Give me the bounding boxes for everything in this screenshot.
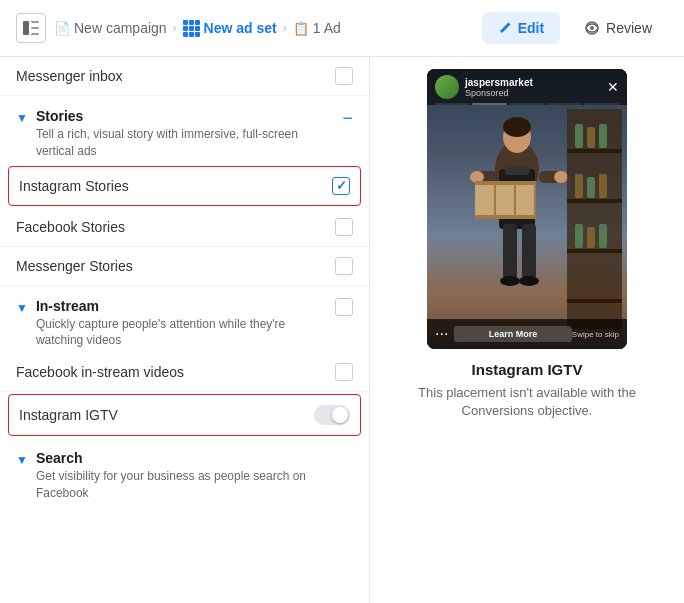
placement-messenger-stories: Messenger Stories bbox=[0, 247, 369, 286]
edit-button[interactable]: Edit bbox=[482, 12, 560, 44]
svg-point-14 bbox=[500, 276, 520, 286]
search-collapse-icon[interactable]: ▼ bbox=[16, 453, 28, 467]
svg-rect-37 bbox=[575, 224, 583, 248]
instream-collapse-icon[interactable]: ▼ bbox=[16, 301, 28, 315]
breadcrumb-nav: 📄 New campaign › New ad set › 📋 1 Ad bbox=[54, 20, 341, 37]
campaign-icon: 📄 bbox=[54, 21, 70, 36]
svg-rect-22 bbox=[475, 215, 535, 219]
placement-list: Messenger inbox ▼ Stories Tell a rich, v… bbox=[0, 57, 370, 603]
instream-title: In-stream bbox=[36, 298, 327, 314]
preview-close-button[interactable]: ✕ bbox=[607, 79, 619, 95]
preview-top-bar: jaspersmarket Sponsored ✕ bbox=[427, 69, 627, 105]
svg-rect-34 bbox=[575, 174, 583, 198]
preview-sponsored-label: Sponsored bbox=[465, 88, 607, 98]
preview-menu-dots[interactable]: ··· bbox=[435, 325, 448, 343]
preview-person-svg bbox=[427, 69, 627, 349]
preview-skip-text: Swipe to skip bbox=[572, 330, 619, 339]
svg-rect-38 bbox=[587, 227, 595, 248]
preview-avatar bbox=[435, 75, 459, 99]
stories-title: Stories bbox=[36, 108, 335, 124]
main-content: Messenger inbox ▼ Stories Tell a rich, v… bbox=[0, 57, 684, 603]
messenger-inbox-checkbox[interactable] bbox=[335, 67, 353, 85]
svg-rect-27 bbox=[567, 149, 622, 153]
messenger-stories-checkbox[interactable] bbox=[335, 257, 353, 275]
svg-rect-0 bbox=[23, 21, 29, 35]
svg-rect-35 bbox=[587, 177, 595, 198]
svg-rect-33 bbox=[599, 124, 607, 148]
svg-rect-3 bbox=[31, 33, 39, 35]
app-header: 📄 New campaign › New ad set › 📋 1 Ad bbox=[0, 0, 684, 57]
svg-rect-32 bbox=[587, 127, 595, 148]
svg-rect-13 bbox=[522, 224, 536, 279]
stories-collapse-icon[interactable]: ▼ bbox=[16, 111, 28, 125]
facebook-stories-checkbox[interactable] bbox=[335, 218, 353, 236]
instagram-igtv-toggle[interactable] bbox=[314, 405, 350, 425]
breadcrumb-ad[interactable]: 📋 1 Ad bbox=[293, 20, 341, 36]
placement-instagram-igtv: Instagram IGTV bbox=[8, 394, 361, 436]
placement-facebook-instream: Facebook in-stream videos bbox=[0, 353, 369, 392]
svg-point-15 bbox=[519, 276, 539, 286]
preview-account-name: jaspersmarket bbox=[465, 77, 607, 88]
search-section-header: ▼ Search Get visibility for your busines… bbox=[0, 438, 369, 506]
preview-title: Instagram IGTV bbox=[472, 361, 583, 378]
breadcrumb-sep-2: › bbox=[283, 21, 287, 35]
svg-rect-1 bbox=[31, 21, 39, 23]
instream-section-checkbox[interactable] bbox=[335, 298, 353, 316]
svg-rect-29 bbox=[567, 249, 622, 253]
review-button[interactable]: Review bbox=[568, 12, 668, 44]
svg-point-5 bbox=[590, 26, 594, 30]
svg-rect-36 bbox=[599, 174, 607, 198]
stories-section: ▼ Stories Tell a rich, visual story with… bbox=[0, 96, 369, 286]
svg-rect-21 bbox=[475, 181, 535, 185]
stories-section-header: ▼ Stories Tell a rich, visual story with… bbox=[0, 96, 369, 164]
ad-preview-card: jaspersmarket Sponsored ✕ bbox=[427, 69, 627, 349]
search-section: ▼ Search Get visibility for your busines… bbox=[0, 438, 369, 506]
breadcrumb-sep-1: › bbox=[173, 21, 177, 35]
svg-point-9 bbox=[503, 117, 531, 137]
facebook-instream-checkbox[interactable] bbox=[335, 363, 353, 381]
breadcrumb-adset[interactable]: New ad set bbox=[183, 20, 277, 37]
preview-description: This placement isn't available with the … bbox=[386, 384, 668, 420]
header-actions: Edit Review bbox=[482, 12, 668, 44]
svg-rect-39 bbox=[599, 224, 607, 248]
placement-facebook-stories: Facebook Stories bbox=[0, 208, 369, 247]
adset-grid-icon bbox=[183, 20, 200, 37]
svg-rect-12 bbox=[503, 224, 517, 279]
svg-rect-28 bbox=[567, 199, 622, 203]
instream-description: Quickly capture people's attention while… bbox=[36, 316, 327, 350]
search-description: Get visibility for your business as peop… bbox=[36, 468, 353, 502]
svg-rect-11 bbox=[505, 167, 529, 175]
search-title: Search bbox=[36, 450, 353, 466]
svg-rect-2 bbox=[31, 27, 39, 29]
preview-panel: jaspersmarket Sponsored ✕ bbox=[370, 57, 684, 603]
instream-section-header: ▼ In-stream Quickly capture people's att… bbox=[0, 286, 369, 354]
sidebar-toggle-button[interactable] bbox=[16, 13, 46, 43]
svg-rect-20 bbox=[475, 181, 535, 219]
placement-messenger-inbox: Messenger inbox bbox=[0, 57, 369, 96]
svg-rect-31 bbox=[575, 124, 583, 148]
stories-minus-icon[interactable]: − bbox=[342, 108, 353, 129]
svg-point-19 bbox=[554, 171, 568, 183]
svg-rect-30 bbox=[567, 299, 622, 303]
breadcrumb-campaign[interactable]: 📄 New campaign bbox=[54, 20, 167, 36]
ad-icon: 📋 bbox=[293, 21, 309, 36]
preview-cta-button[interactable]: Learn More bbox=[454, 326, 572, 342]
preview-image bbox=[427, 69, 627, 349]
instagram-stories-checkbox[interactable] bbox=[332, 177, 350, 195]
placement-instagram-stories: Instagram Stories bbox=[8, 166, 361, 206]
preview-bottom-bar: ··· Learn More Swipe to skip bbox=[427, 319, 627, 349]
stories-description: Tell a rich, visual story with immersive… bbox=[36, 126, 335, 160]
breadcrumb: 📄 New campaign › New ad set › 📋 1 Ad bbox=[16, 13, 482, 43]
instream-section: ▼ In-stream Quickly capture people's att… bbox=[0, 286, 369, 437]
